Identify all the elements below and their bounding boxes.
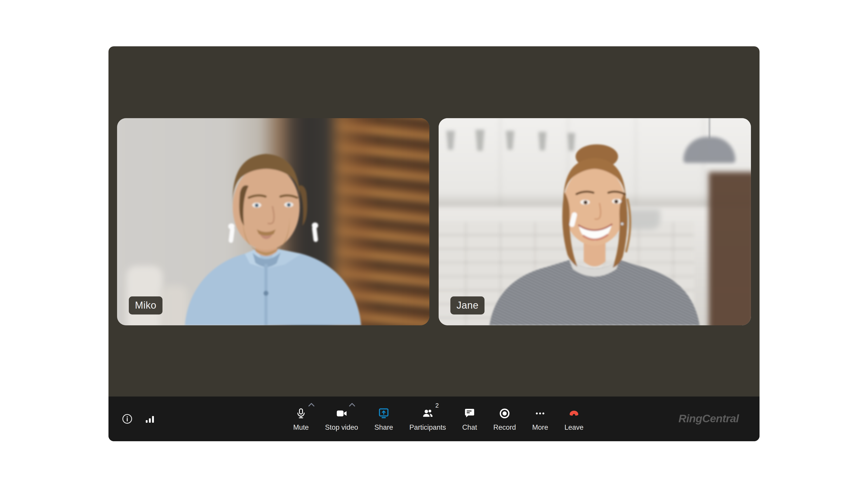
toolbar-status-area bbox=[121, 396, 156, 441]
chat-icon bbox=[464, 408, 476, 420]
connection-quality-button[interactable] bbox=[144, 413, 156, 425]
record-label: Record bbox=[493, 424, 516, 431]
participants-icon-wrap: 2 bbox=[422, 407, 434, 420]
participants-label: Participants bbox=[409, 424, 446, 431]
video-tile-miko: Miko bbox=[117, 118, 429, 325]
jane-portrait bbox=[439, 118, 751, 325]
stop-video-button[interactable]: Stop video bbox=[325, 407, 358, 431]
share-label: Share bbox=[374, 424, 393, 431]
mute-button[interactable]: Mute bbox=[293, 407, 309, 431]
chevron-up-icon[interactable] bbox=[349, 402, 355, 407]
meeting-window: Miko bbox=[108, 46, 760, 441]
microphone-icon bbox=[295, 408, 307, 420]
miko-video-feed bbox=[117, 118, 429, 325]
ringcentral-logo: RingCentral bbox=[678, 412, 739, 425]
record-button[interactable]: Record bbox=[493, 407, 516, 431]
stop-video-label: Stop video bbox=[325, 424, 358, 431]
chat-label: Chat bbox=[462, 424, 477, 431]
share-icon-wrap bbox=[378, 407, 390, 420]
participant-name-badge: Jane bbox=[451, 296, 485, 315]
screen-share-icon bbox=[378, 408, 390, 420]
video-camera-icon bbox=[336, 408, 348, 420]
info-icon bbox=[121, 413, 133, 425]
more-icon-wrap bbox=[534, 407, 546, 420]
toolbar-buttons: Mute Stop video bbox=[293, 396, 584, 441]
signal-strength-icon bbox=[144, 413, 156, 425]
video-grid: Miko bbox=[117, 118, 751, 325]
participants-button[interactable]: 2 Participants bbox=[409, 407, 446, 431]
mute-label: Mute bbox=[293, 424, 309, 431]
more-label: More bbox=[532, 424, 548, 431]
participants-icon bbox=[422, 408, 434, 420]
participants-count-badge: 2 bbox=[435, 402, 439, 409]
more-icon bbox=[534, 408, 546, 420]
participant-name: Jane bbox=[457, 300, 478, 311]
mute-icon-wrap bbox=[295, 407, 307, 420]
video-tile-jane: Jane bbox=[439, 118, 751, 325]
chevron-up-icon[interactable] bbox=[308, 402, 315, 407]
miko-portrait bbox=[117, 118, 429, 325]
meeting-info-button[interactable] bbox=[121, 413, 133, 425]
chat-button[interactable]: Chat bbox=[462, 407, 477, 431]
leave-call-icon bbox=[568, 408, 580, 420]
more-button[interactable]: More bbox=[532, 407, 548, 431]
participant-name-badge: Miko bbox=[129, 296, 162, 315]
leave-icon-wrap bbox=[568, 407, 580, 420]
participant-name: Miko bbox=[135, 300, 156, 311]
stop-video-icon-wrap bbox=[336, 407, 348, 420]
record-icon-wrap bbox=[498, 407, 511, 420]
jane-video-feed bbox=[439, 118, 751, 325]
leave-label: Leave bbox=[564, 424, 584, 431]
meeting-toolbar: Mute Stop video bbox=[108, 396, 760, 441]
leave-button[interactable]: Leave bbox=[564, 407, 584, 431]
record-icon bbox=[498, 408, 511, 420]
chat-icon-wrap bbox=[464, 407, 476, 420]
share-button[interactable]: Share bbox=[374, 407, 393, 431]
